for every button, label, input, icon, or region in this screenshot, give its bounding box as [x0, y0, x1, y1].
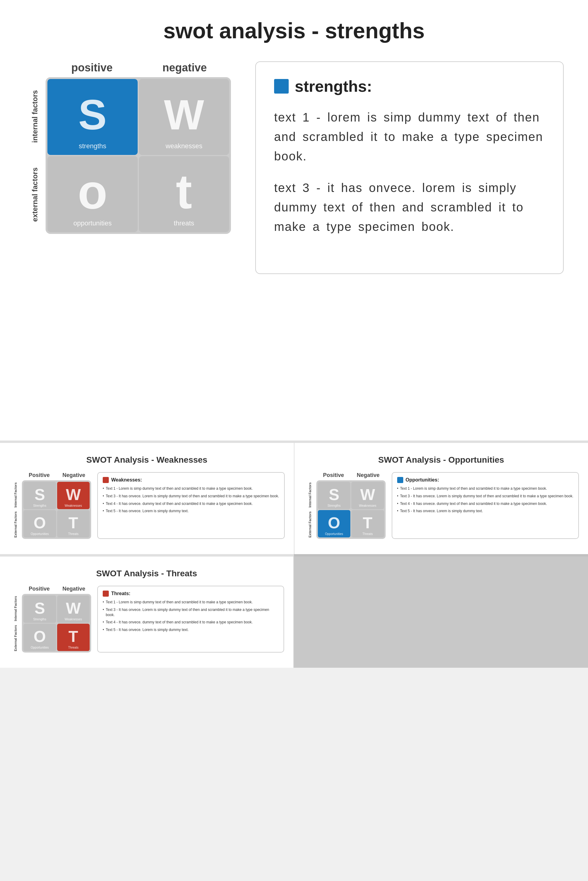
- w-row-external: External Factors: [9, 510, 22, 539]
- t-item-3: Text 4 - It has onvece. dummy text of th…: [103, 620, 279, 625]
- t-cell-s[interactable]: S Strengths: [23, 595, 56, 623]
- cell-letter-w: W: [164, 94, 204, 136]
- weaknesses-body: Positive Negative Internal Factors Exter…: [9, 472, 285, 539]
- o-letter-s: S: [329, 487, 339, 502]
- o-info-header: Opportunities:: [397, 477, 574, 483]
- cell-label-o: opportunities: [74, 219, 112, 227]
- slide1-content: positive negative internal factors exter…: [24, 61, 564, 274]
- swot-cell-t[interactable]: t threats: [139, 156, 229, 232]
- o-row-external: External Factors: [304, 510, 316, 539]
- t-item-2: Text 3 - It has onvece. Lorem is simply …: [103, 607, 279, 617]
- t-row-internal: Internal Factors: [9, 594, 22, 623]
- w-info-header: Weaknesses:: [103, 477, 279, 483]
- w-label-w: Weaknesses: [65, 504, 82, 507]
- row-label-internal: internal factors: [24, 77, 46, 156]
- swot-matrix-weaknesses: Positive Negative Internal Factors Exter…: [9, 472, 91, 539]
- o-letter-o: O: [328, 515, 340, 531]
- threats-row: SWOT Analysis - Threats Positive Negativ…: [0, 554, 588, 668]
- weaknesses-title: SWOT Analysis - Weaknesses: [86, 455, 207, 465]
- o-col-headers: Positive Negative: [316, 472, 386, 478]
- opportunities-body: Positive Negative Internal Factors Exter…: [304, 472, 579, 539]
- t-item-1: Text 1 - Lorem is simp dummy text of the…: [103, 600, 279, 605]
- w-letter-s: S: [34, 487, 45, 502]
- o-info-panel: Opportunities: Text 1 - Lorem is simp du…: [392, 472, 579, 539]
- w-info-panel: Weaknesses: Text 1 - Lorem is simp dummy…: [97, 472, 285, 539]
- t-letter-t: T: [68, 629, 78, 644]
- o-col-negative: Negative: [351, 472, 386, 478]
- w-cell-w[interactable]: W Weaknesses: [57, 482, 90, 509]
- w-cell-t[interactable]: T Threats: [57, 510, 90, 538]
- swot-cell-o[interactable]: o opportunities: [47, 156, 138, 232]
- info-panel-title: strengths:: [295, 77, 372, 95]
- w-swot-grid: S Strengths W Weaknesses O Opportunities: [22, 480, 91, 539]
- t-letter-w: W: [66, 600, 81, 616]
- w-letter-w: W: [66, 487, 81, 502]
- gray-placeholder: [294, 554, 588, 668]
- info-color-box: [274, 79, 289, 94]
- t-col-headers: Positive Negative: [22, 586, 91, 592]
- t-item-4: Text 5 - It has onvece. Lorem is simply …: [103, 627, 279, 632]
- bottom-row-1: SWOT Analysis - Weaknesses Positive Nega…: [0, 440, 588, 554]
- row-label-external: external factors: [24, 156, 46, 234]
- swot-grid: S strengths W weaknesses o opportunities: [46, 77, 231, 234]
- t-cell-w[interactable]: W Weaknesses: [57, 595, 90, 623]
- cell-letter-o: o: [78, 167, 108, 216]
- o-cell-w[interactable]: W Weaknesses: [351, 482, 384, 509]
- info-panel-large: strengths: text 1 - lorem is simp dummy …: [255, 61, 564, 274]
- o-item-3: Text 4 - It has onvece. dummy text of th…: [397, 501, 574, 506]
- swot-matrix-large: positive negative internal factors exter…: [24, 61, 231, 274]
- slide-weaknesses: SWOT Analysis - Weaknesses Positive Nega…: [0, 440, 294, 554]
- t-color-box: [103, 590, 109, 597]
- t-info-header: Threats:: [103, 590, 279, 597]
- w-cell-s[interactable]: S Strengths: [23, 482, 56, 509]
- w-label-o: Opportunities: [31, 532, 49, 536]
- t-label-s: Strengths: [33, 617, 46, 621]
- w-cell-o[interactable]: O Opportunities: [23, 510, 56, 538]
- o-item-2: Text 3 - It has onvece. Lorem is simply …: [397, 494, 574, 499]
- w-row-internal: Internal Factors: [9, 480, 22, 510]
- w-item-3: Text 4 - It has onvece. dummy text of th…: [103, 501, 279, 506]
- o-info-title: Opportunities:: [406, 477, 439, 483]
- t-label-o: Opportunities: [31, 646, 49, 649]
- row-labels: internal factors external factors: [24, 77, 46, 234]
- col-header-positive: positive: [46, 61, 138, 74]
- opportunities-title: SWOT Analysis - Opportunities: [378, 455, 504, 465]
- o-item-4: Text 5 - It has onvece. Lorem is simply …: [397, 509, 574, 514]
- slide-threats: SWOT Analysis - Threats Positive Negativ…: [0, 554, 294, 668]
- w-label-t: Threats: [68, 532, 78, 536]
- o-matrix-body: Internal Factors External Factors S Stre…: [304, 480, 386, 539]
- t-cell-t[interactable]: T Threats: [57, 624, 90, 651]
- o-cell-t[interactable]: T Threats: [351, 510, 384, 538]
- o-row-labels: Internal Factors External Factors: [304, 480, 316, 539]
- t-cell-o[interactable]: O Opportunities: [23, 624, 56, 651]
- swot-matrix-threats: Positive Negative Internal Factors Exter…: [9, 586, 91, 653]
- t-info-title: Threats:: [111, 591, 130, 596]
- w-item-4: Text 5 - It has onvece. Lorem is simply …: [103, 509, 279, 514]
- t-info-panel: Threats: Text 1 - Lorem is simp dummy te…: [97, 586, 284, 653]
- slide1-title: swot analysis - strengths: [163, 18, 424, 43]
- swot-cell-w[interactable]: W weaknesses: [139, 79, 229, 155]
- w-color-box: [103, 477, 109, 483]
- o-cell-o[interactable]: O Opportunities: [318, 510, 351, 538]
- info-panel-text2: text 3 - it has onvece. lorem is simply …: [274, 178, 545, 236]
- swot-cell-s[interactable]: S strengths: [47, 79, 138, 155]
- t-letter-o: O: [34, 629, 46, 644]
- o-swot-grid: S Strengths W Weaknesses O Opportunities: [316, 480, 386, 539]
- o-cell-s[interactable]: S Strengths: [318, 482, 351, 509]
- w-letter-o: O: [34, 515, 46, 531]
- t-row-external: External Factors: [9, 623, 22, 653]
- info-panel-text1: text 1 - lorem is simp dummy text of the…: [274, 108, 545, 166]
- w-col-negative: Negative: [57, 472, 91, 478]
- o-color-box: [397, 477, 403, 483]
- w-col-headers: Positive Negative: [22, 472, 91, 478]
- t-col-positive: Positive: [22, 586, 57, 592]
- cell-label-s: strengths: [79, 142, 106, 150]
- w-item-2: Text 3 - It has onvece. Lorem is simply …: [103, 494, 279, 499]
- o-label-s: Strengths: [328, 504, 340, 507]
- cell-label-w: weaknesses: [166, 142, 202, 150]
- cell-letter-t: t: [176, 167, 192, 216]
- o-label-w: Weaknesses: [359, 504, 376, 507]
- col-header-negative: negative: [138, 61, 231, 74]
- o-row-internal: Internal Factors: [304, 480, 316, 510]
- t-matrix-body: Internal Factors External Factors S Stre…: [9, 594, 91, 653]
